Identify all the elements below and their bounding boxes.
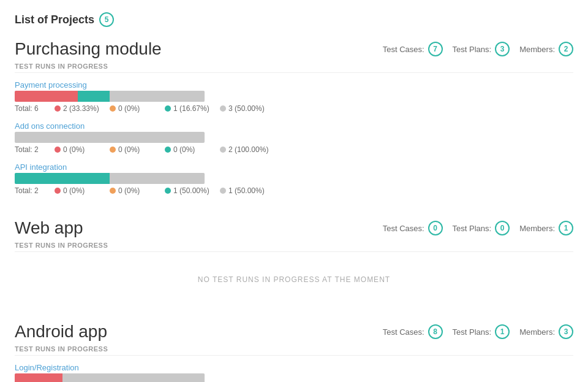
project-section-android-app: Android appTest Cases: 8Test Plans: 1Mem… xyxy=(15,322,573,382)
test-run-name-row-purchasing-module-1: Add ons connection xyxy=(15,119,573,132)
stat-chip-green-purchasing-module-1: 0 (0%) xyxy=(165,145,220,154)
progress-segment-green xyxy=(15,173,110,184)
stat-members-purchasing-module: Members: 2 xyxy=(519,42,573,56)
test-plans-badge: 1 xyxy=(495,324,510,339)
test-run-link-purchasing-module-1[interactable]: Add ons connection xyxy=(15,121,85,131)
members-badge: 3 xyxy=(559,324,573,339)
stat-chip-gray-purchasing-module-2: 1 (50.00%) xyxy=(220,186,275,195)
test-run-row-purchasing-module-0: Payment processingTotal: 62 (33.33%)0 (0… xyxy=(15,78,573,117)
chip-label: 1 (50.00%) xyxy=(228,186,265,195)
test-run-row-purchasing-module-1: Add ons connectionTotal: 20 (0%)0 (0%)0 … xyxy=(15,119,573,158)
stat-chip-orange-purchasing-module-2: 0 (0%) xyxy=(110,186,165,195)
stat-test-cases-android-app: Test Cases: 8 xyxy=(383,324,443,339)
chip-label: 2 (33.33%) xyxy=(63,104,99,113)
no-runs-msg-web-app: NO TEST RUNS IN PROGRESS AT THE MOMENT xyxy=(15,257,573,302)
project-section-purchasing-module: Purchasing moduleTest Cases: 7Test Plans… xyxy=(15,39,573,199)
progress-segment-green xyxy=(78,91,110,102)
chip-label: 3 (50.00%) xyxy=(228,104,265,113)
test-run-row-purchasing-module-2: API integrationTotal: 20 (0%)0 (0%)1 (50… xyxy=(15,160,573,199)
page-container: List of Projects 5 Purchasing moduleTest… xyxy=(0,0,588,382)
total-label-purchasing-module-1: Total: 2 xyxy=(15,145,55,154)
dot-green xyxy=(165,105,171,112)
progress-row-purchasing-module-1 xyxy=(15,132,573,143)
stat-chip-red-purchasing-module-0: 2 (33.33%) xyxy=(55,104,110,113)
members-label: Members: xyxy=(519,224,555,233)
section-label-purchasing-module: TEST RUNS IN PROGRESS xyxy=(15,63,573,73)
stat-chip-orange-purchasing-module-1: 0 (0%) xyxy=(110,145,165,154)
test-cases-label: Test Cases: xyxy=(383,327,424,337)
test-cases-label: Test Cases: xyxy=(383,45,424,54)
test-run-name-row-purchasing-module-2: API integration xyxy=(15,160,573,173)
progress-bar-android-app-0 xyxy=(15,373,205,382)
progress-segment-red xyxy=(15,91,78,102)
stat-chip-red-purchasing-module-1: 0 (0%) xyxy=(55,145,110,154)
project-name-purchasing-module: Purchasing module xyxy=(15,39,162,59)
section-label-web-app: TEST RUNS IN PROGRESS xyxy=(15,242,573,252)
chip-label: 0 (0%) xyxy=(118,145,140,154)
test-plans-label: Test Plans: xyxy=(453,327,492,337)
total-label-purchasing-module-0: Total: 6 xyxy=(15,104,55,113)
project-name-web-app: Web app xyxy=(15,218,83,238)
test-run-link-android-app-0[interactable]: Login/Registration xyxy=(15,363,79,372)
stat-chip-gray-purchasing-module-0: 3 (50.00%) xyxy=(220,104,275,113)
dot-gray xyxy=(220,188,226,194)
test-run-name-row-purchasing-module-0: Payment processing xyxy=(15,78,573,91)
stat-chip-orange-purchasing-module-0: 0 (0%) xyxy=(110,104,165,113)
test-cases-badge: 7 xyxy=(428,42,443,56)
dot-red xyxy=(55,188,61,194)
stat-test-plans-purchasing-module: Test Plans: 3 xyxy=(453,42,510,56)
stats-row-purchasing-module-2: Total: 20 (0%)0 (0%)1 (50.00%)1 (50.00%) xyxy=(15,185,573,199)
stat-chip-green-purchasing-module-2: 1 (50.00%) xyxy=(165,186,220,195)
project-section-web-app: Web appTest Cases: 0Test Plans: 0Members… xyxy=(15,218,573,302)
project-stats-purchasing-module: Test Cases: 7Test Plans: 3Members: 2 xyxy=(383,42,573,56)
projects-count-badge: 5 xyxy=(99,12,114,27)
dot-orange xyxy=(110,105,116,112)
progress-row-purchasing-module-0 xyxy=(15,91,573,102)
stat-test-plans-web-app: Test Plans: 0 xyxy=(453,221,510,235)
chip-label: 0 (0%) xyxy=(118,104,140,113)
stat-chip-green-purchasing-module-0: 1 (16.67%) xyxy=(165,104,220,113)
progress-segment-gray xyxy=(62,373,205,382)
stats-row-purchasing-module-0: Total: 62 (33.33%)0 (0%)1 (16.67%)3 (50.… xyxy=(15,103,573,117)
projects-container: Purchasing moduleTest Cases: 7Test Plans… xyxy=(15,39,573,382)
dot-gray xyxy=(220,147,226,153)
page-title: List of Projects xyxy=(15,13,94,26)
test-cases-badge: 0 xyxy=(428,221,443,235)
dot-orange xyxy=(110,188,116,194)
stat-chip-gray-purchasing-module-1: 2 (100.00%) xyxy=(220,145,275,154)
project-header-android-app: Android appTest Cases: 8Test Plans: 1Mem… xyxy=(15,322,573,342)
dot-red xyxy=(55,147,61,153)
project-header-web-app: Web appTest Cases: 0Test Plans: 0Members… xyxy=(15,218,573,238)
test-plans-badge: 3 xyxy=(495,42,510,56)
members-label: Members: xyxy=(519,45,555,54)
project-stats-web-app: Test Cases: 0Test Plans: 0Members: 1 xyxy=(383,221,573,235)
dot-red xyxy=(55,105,61,112)
chip-label: 0 (0%) xyxy=(63,186,85,195)
dot-gray xyxy=(220,105,226,112)
progress-bar-purchasing-module-1 xyxy=(15,132,205,143)
stat-chip-red-purchasing-module-2: 0 (0%) xyxy=(55,186,110,195)
dot-green xyxy=(165,188,171,194)
members-badge: 1 xyxy=(559,221,573,235)
test-cases-badge: 8 xyxy=(428,324,443,339)
chip-label: 0 (0%) xyxy=(118,186,140,195)
project-name-android-app: Android app xyxy=(15,322,107,342)
project-header-purchasing-module: Purchasing moduleTest Cases: 7Test Plans… xyxy=(15,39,573,59)
stats-row-purchasing-module-1: Total: 20 (0%)0 (0%)0 (0%)2 (100.00%) xyxy=(15,144,573,158)
chip-label: 1 (16.67%) xyxy=(173,104,209,113)
test-cases-label: Test Cases: xyxy=(383,224,424,233)
chip-label: 2 (100.00%) xyxy=(228,145,268,154)
total-label-purchasing-module-2: Total: 2 xyxy=(15,186,55,195)
progress-row-purchasing-module-2 xyxy=(15,173,573,184)
progress-bar-purchasing-module-0 xyxy=(15,91,205,102)
stat-members-android-app: Members: 3 xyxy=(519,324,573,339)
members-label: Members: xyxy=(519,327,555,337)
section-label-android-app: TEST RUNS IN PROGRESS xyxy=(15,345,573,356)
progress-segment-gray xyxy=(110,91,205,102)
test-run-row-android-app-0: Login/RegistrationTotal: 82 (25%)0 (0%)0… xyxy=(15,361,573,382)
project-stats-android-app: Test Cases: 8Test Plans: 1Members: 3 xyxy=(383,324,573,339)
test-run-link-purchasing-module-2[interactable]: API integration xyxy=(15,162,67,172)
test-run-link-purchasing-module-0[interactable]: Payment processing xyxy=(15,80,87,90)
stat-members-web-app: Members: 1 xyxy=(519,221,573,235)
progress-segment-gray xyxy=(15,132,205,143)
